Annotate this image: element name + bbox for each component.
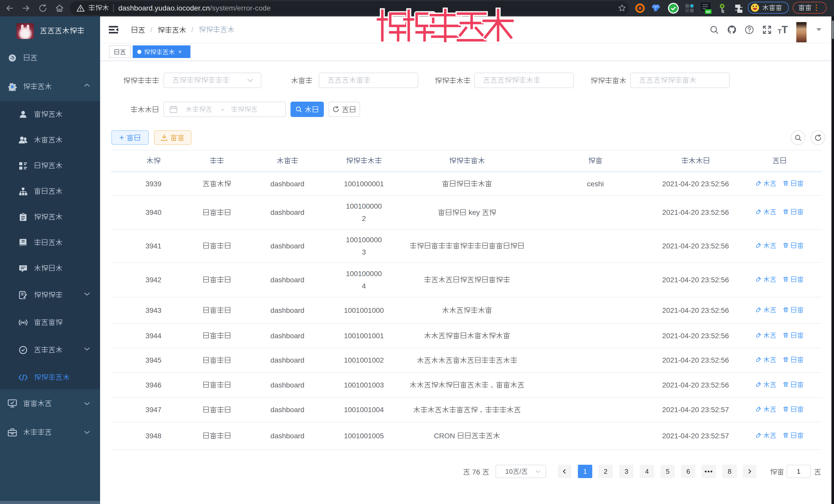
svg-text:on: on <box>706 9 710 14</box>
